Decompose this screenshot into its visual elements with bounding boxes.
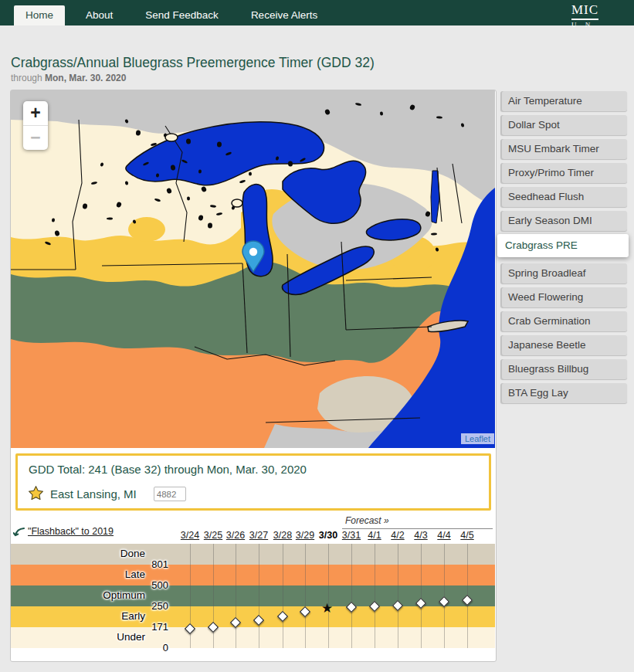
sidebar-item-bta-egg-lay[interactable]: BTA Egg Lay bbox=[500, 383, 627, 403]
favorite-star-icon bbox=[29, 486, 43, 502]
y-tick-171: 171 bbox=[137, 621, 168, 633]
current-day-star-marker-3-30: ★ bbox=[321, 602, 333, 615]
nav-tab-receive-alerts[interactable]: Receive Alerts bbox=[239, 5, 329, 25]
gridline-4-1 bbox=[375, 544, 375, 648]
date-link-3-26[interactable]: 3/26 bbox=[222, 530, 249, 541]
band-label-late: Late bbox=[53, 568, 145, 580]
gridline-4-3 bbox=[421, 544, 422, 648]
date-link-4-4[interactable]: 4/4 bbox=[431, 530, 457, 541]
subtitle-prefix: through bbox=[11, 73, 45, 83]
date-link-4-1[interactable]: 4/1 bbox=[361, 530, 388, 541]
y-tick-0: 0 bbox=[137, 642, 168, 653]
gdd-map[interactable] bbox=[11, 90, 495, 448]
nav-tab-home[interactable]: Home bbox=[14, 5, 65, 25]
nav-tab-about[interactable]: About bbox=[74, 5, 124, 25]
gridline-3-27 bbox=[259, 544, 259, 648]
date-link-3-29[interactable]: 3/29 bbox=[292, 530, 318, 541]
flashback-arrow-icon bbox=[13, 527, 25, 537]
zoom-in-button[interactable]: + bbox=[23, 101, 48, 125]
date-link-4-5[interactable]: 4/5 bbox=[454, 530, 480, 541]
date-link-4-3[interactable]: 4/3 bbox=[408, 530, 434, 541]
band-label-early: Early bbox=[53, 610, 145, 622]
nav-tab-send-feedback[interactable]: Send Feedback bbox=[134, 5, 230, 25]
gdd-chart: DoneLateOptimumEarlyUnder8015002501710★ bbox=[11, 543, 495, 660]
y-tick-801: 801 bbox=[137, 558, 168, 570]
gdd-total-text: GDD Total: 241 (Base 32) through Mon, Ma… bbox=[29, 463, 307, 476]
forecast-label: Forecast » bbox=[345, 515, 389, 526]
leaflet-attribution[interactable]: Leaflet bbox=[461, 433, 494, 444]
flashback-label: "Flashback" to 2019 bbox=[28, 526, 114, 537]
gridline-3-30 bbox=[328, 544, 329, 648]
gridline-3-31 bbox=[351, 544, 352, 648]
date-link-3-31[interactable]: 3/31 bbox=[338, 530, 364, 541]
nav-tabs: HomeAboutSend FeedbackReceive Alerts bbox=[14, 0, 338, 25]
sidebar-item-crab-germination[interactable]: Crab Germination bbox=[500, 311, 627, 331]
sidebar-item-proxy-primo-timer[interactable]: Proxy/Primo Timer bbox=[500, 163, 627, 183]
sidebar-item-dollar-spot[interactable]: Dollar Spot bbox=[500, 115, 627, 135]
date-link-3-27[interactable]: 3/27 bbox=[246, 530, 272, 541]
gridline-3-28 bbox=[283, 544, 283, 648]
msu-logo: MIC U N bbox=[571, 2, 634, 29]
msu-logo-line1: MIC bbox=[571, 2, 598, 20]
subtitle-date: Mon, Mar. 30. 2020 bbox=[45, 73, 126, 83]
page: HomeAboutSend FeedbackReceive Alerts MIC… bbox=[0, 0, 634, 672]
date-link-3-24[interactable]: 3/24 bbox=[177, 530, 203, 541]
gridline-4-2 bbox=[398, 544, 398, 648]
zoom-out-button[interactable]: − bbox=[23, 125, 48, 150]
sidebar-item-early-season-dmi[interactable]: Early Season DMI bbox=[500, 211, 627, 231]
y-tick-500: 500 bbox=[137, 579, 168, 591]
top-nav: HomeAboutSend FeedbackReceive Alerts MIC… bbox=[0, 0, 634, 25]
station-name: East Lansing, MI bbox=[50, 487, 137, 501]
sidebar-item-air-temperature[interactable]: Air Temperature bbox=[500, 91, 627, 111]
band-label-done: Done bbox=[53, 548, 145, 559]
date-link-4-2[interactable]: 4/2 bbox=[385, 530, 411, 541]
gdd-summary-box: GDD Total: 241 (Base 32) through Mon, Ma… bbox=[15, 453, 491, 511]
sidebar-item-weed-flowering[interactable]: Weed Flowering bbox=[500, 287, 627, 307]
sidebar-item-crabgrass-pre[interactable]: Crabgrass PRE bbox=[497, 234, 629, 257]
band-label-under: Under bbox=[53, 631, 145, 643]
sidebar-item-seedhead-flush[interactable]: Seedhead Flush bbox=[500, 187, 627, 207]
page-title: Crabgrass/Annual Bluegrass Preemergence … bbox=[11, 55, 375, 71]
station-id-input[interactable] bbox=[154, 487, 186, 501]
page-subtitle: through Mon, Mar. 30. 2020 bbox=[11, 73, 126, 83]
forecast-divider bbox=[342, 528, 493, 529]
flashback-link[interactable]: "Flashback" to 2019 bbox=[13, 526, 114, 537]
date-link-3-30: 3/30 bbox=[315, 530, 341, 541]
band-label-optimum: Optimum bbox=[53, 589, 145, 601]
sidebar-item-spring-broadleaf[interactable]: Spring Broadleaf bbox=[500, 263, 627, 283]
y-tick-250: 250 bbox=[137, 600, 168, 612]
msu-logo-line2: U N bbox=[571, 21, 634, 29]
gridline-3-26 bbox=[236, 544, 236, 648]
map-zoom-control: + − bbox=[23, 101, 48, 150]
map-canvas[interactable] bbox=[11, 90, 495, 448]
sidebar-item-japanese-beetle[interactable]: Japanese Beetle bbox=[500, 335, 627, 355]
gridline-3-29 bbox=[305, 544, 306, 648]
sidebar-item-msu-embark-timer[interactable]: MSU Embark Timer bbox=[500, 139, 627, 159]
sidebar-item-bluegrass-billbug[interactable]: Bluegrass Billbug bbox=[500, 359, 627, 379]
